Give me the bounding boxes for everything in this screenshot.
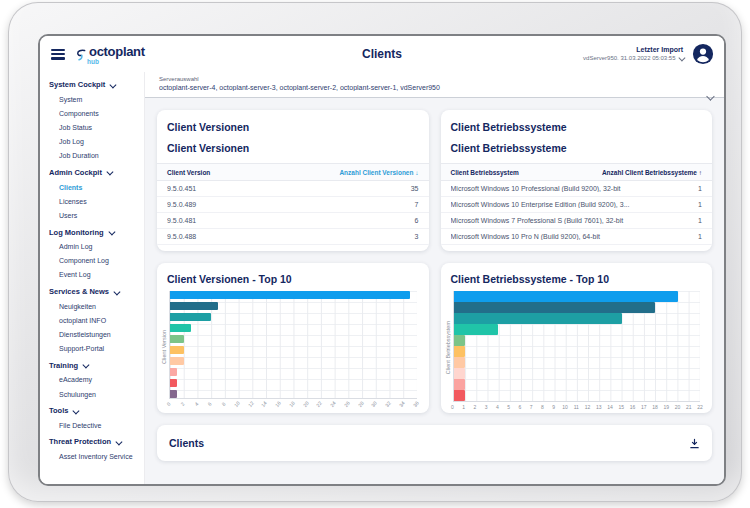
x-tick: 16 [630, 404, 636, 410]
x-tick: 30 [370, 400, 378, 408]
account-icon[interactable] [692, 43, 714, 65]
table-row[interactable]: 9.5.0.4883 [157, 229, 429, 245]
sidebar-item-dienstleistungen[interactable]: Dienstleistungen [40, 327, 144, 341]
plot-area [169, 291, 417, 399]
download-button[interactable] [689, 438, 700, 449]
last-import-dropdown[interactable]: Letzter Import vdServer950. 31.03.2022 0… [583, 45, 683, 63]
sidebar-section-system-cockpit[interactable]: System Cockpit [40, 75, 144, 92]
sidebar-section-training[interactable]: Training [40, 356, 144, 373]
sidebar-nav: System CockpitSystemComponentsJob Status… [40, 72, 145, 486]
server-select-label: Serverauswahl [159, 76, 698, 82]
column-header-count-sorted[interactable]: Anzahl Client Versionen ↓ [339, 169, 418, 176]
bar [170, 346, 184, 354]
server-select[interactable]: Serverauswahl octoplant-server-4, octopl… [145, 72, 724, 98]
sidebar-section-threat-protection[interactable]: Threat Protection [40, 432, 144, 449]
octoplant-logo[interactable]: octoplant hub [74, 45, 145, 63]
x-tick: 5 [507, 404, 510, 410]
table-row[interactable]: 9.5.0.45135 [157, 181, 429, 197]
logo-text: octoplant [89, 45, 145, 58]
sidebar-item-job-log[interactable]: Job Log [40, 135, 144, 149]
sidebar-item-event-log[interactable]: Event Log [40, 268, 144, 282]
sidebar-item-support-portal[interactable]: Support-Portal [40, 342, 144, 356]
bar [454, 291, 678, 302]
bar-row [170, 346, 417, 354]
sidebar-item-components[interactable]: Components [40, 106, 144, 120]
logo-sub-text: hub [87, 58, 99, 65]
x-tick: 2 [179, 401, 185, 407]
x-tick: 36 [411, 400, 419, 408]
sidebar-item-system[interactable]: System [40, 92, 144, 106]
card-title: Client Versionen [157, 110, 429, 133]
column-header-version[interactable]: Client Version [167, 169, 210, 176]
sidebar-item-job-duration[interactable]: Job Duration [40, 149, 144, 163]
sidebar-item-job-status[interactable]: Job Status [40, 120, 144, 134]
bar [454, 368, 465, 379]
sidebar-item-octoplant-info[interactable]: octoplant INFO [40, 313, 144, 327]
sidebar-item-component-log[interactable]: Component Log [40, 254, 144, 268]
sidebar-section-tools[interactable]: Tools [40, 401, 144, 418]
bar [170, 313, 211, 321]
sidebar-section-log-monitoring[interactable]: Log Monitoring [40, 223, 144, 240]
row-name: Microsoft Windows 7 Professional S (Buil… [451, 217, 632, 224]
x-tick: 34 [398, 400, 406, 408]
row-name: Microsoft Windows 10 Enterprise Edition … [451, 201, 638, 208]
row-name: 9.5.0.451 [167, 185, 204, 192]
column-header-count-sorted[interactable]: Anzahl Client Betriebssysteme ↑ [602, 169, 702, 176]
last-import-value: vdServer950. 31.03.2022 05:03:55 [583, 54, 683, 63]
sidebar-item-schulungen[interactable]: Schulungen [40, 387, 144, 401]
chart-title: Client Versionen - Top 10 [157, 263, 429, 285]
client-os-card: Client Betriebssysteme Client Betriebssy… [441, 110, 713, 251]
bar-row [454, 368, 701, 379]
table-row[interactable]: Microsoft Windows 10 Professional (Build… [441, 181, 713, 197]
chevron-down-icon [678, 54, 684, 60]
bar-row [170, 324, 417, 332]
x-tick: 22 [697, 404, 703, 410]
x-tick: 8 [220, 401, 226, 407]
bar-row [170, 302, 417, 310]
bar [454, 313, 622, 324]
row-name: 9.5.0.489 [167, 201, 204, 208]
sidebar-item-licenses[interactable]: Licenses [40, 194, 144, 208]
client-versions-chart-card: Client Versionen - Top 10 Client Version… [157, 263, 429, 413]
sidebar-section-admin-cockpit[interactable]: Admin Cockpit [40, 163, 144, 180]
column-header-os[interactable]: Client Betriebssystem [451, 169, 519, 176]
bar [454, 379, 465, 390]
sidebar-item-eacademy[interactable]: eAcademy [40, 373, 144, 387]
bar [170, 357, 184, 365]
sidebar-item-admin-log[interactable]: Admin Log [40, 240, 144, 254]
x-tick: 6 [207, 401, 213, 407]
row-count: 7 [415, 201, 419, 208]
sidebar-item-clients[interactable]: Clients [40, 180, 144, 194]
menu-icon[interactable] [51, 49, 65, 60]
bar [454, 357, 465, 368]
sort-desc-icon: ↓ [415, 169, 418, 176]
table-row[interactable]: 9.5.0.4897 [157, 197, 429, 213]
table-row[interactable]: Microsoft Windows 10 Pro N (Build 9200),… [441, 229, 713, 245]
table-header: Client Betriebssystem Anzahl Client Betr… [441, 163, 713, 181]
table-header: Client Version Anzahl Client Versionen ↓ [157, 163, 429, 181]
x-tick: 7 [530, 404, 533, 410]
bar-row [454, 390, 701, 401]
sidebar-item-asset-inventory-service[interactable]: Asset Inventory Service [40, 449, 144, 463]
x-tick: 17 [641, 404, 647, 410]
card-subtitle: Client Betriebssysteme [441, 133, 713, 154]
row-count: 1 [698, 201, 702, 208]
card-subtitle: Client Versionen [157, 133, 429, 154]
table-row[interactable]: 9.5.0.4816 [157, 213, 429, 229]
sidebar-item-users[interactable]: Users [40, 208, 144, 222]
sidebar-item-neuigkeiten[interactable]: Neuigkeiten [40, 299, 144, 313]
sidebar-item-file-detective[interactable]: File Detective [40, 418, 144, 432]
x-tick: 12 [246, 400, 254, 408]
table-row[interactable]: Microsoft Windows 7 Professional S (Buil… [441, 213, 713, 229]
x-tick: 3 [485, 404, 488, 410]
x-tick: 2 [474, 404, 477, 410]
table-row[interactable]: Microsoft Windows 10 Enterprise Edition … [441, 197, 713, 213]
x-tick: 4 [193, 401, 199, 407]
bar-row [170, 390, 417, 398]
x-tick: 32 [384, 400, 392, 408]
x-tick: 14 [260, 400, 268, 408]
x-tick: 26 [343, 400, 351, 408]
sidebar-section-services-news[interactable]: Services & News [40, 282, 144, 299]
bar [170, 302, 218, 310]
row-count: 1 [698, 233, 702, 240]
